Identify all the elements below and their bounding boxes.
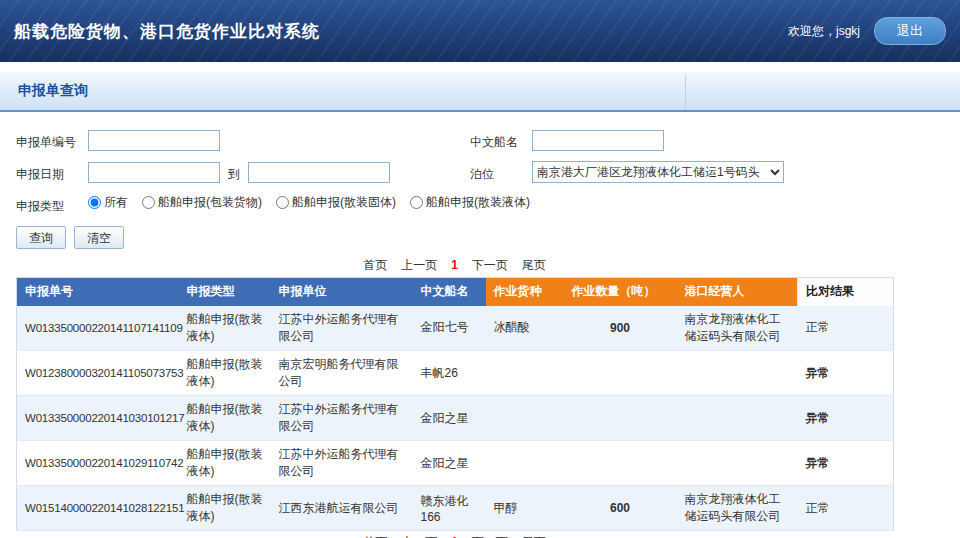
cell-ship-name: 金阳之星	[413, 441, 486, 486]
column-header: 作业数量（吨）	[564, 278, 677, 306]
app-title: 船载危险货物、港口危货作业比对系统	[14, 20, 320, 43]
column-header: 作业货种	[486, 278, 564, 306]
cell-quantity	[564, 351, 677, 396]
declaration-no-label: 申报单编号	[16, 134, 76, 151]
declaration-no-input[interactable]	[88, 130, 220, 151]
cell-declaration-agent: 江苏中外运船务代理有限公司	[271, 441, 413, 486]
query-button[interactable]: 查询	[16, 226, 66, 249]
declare-type-radio-item[interactable]: 所有	[88, 194, 128, 211]
date-from-input[interactable]	[88, 162, 220, 183]
cell-declaration-agent: 江苏中外运船务代理有限公司	[271, 306, 413, 351]
cell-quantity: 600	[564, 486, 677, 531]
pagination-top: 首页上一页1下一页尾页	[16, 257, 893, 274]
page-current: 1	[451, 258, 458, 272]
table-row: W013350000220141030101217船舶申报(散装液体)江苏中外运…	[17, 396, 894, 441]
declare-type-radio[interactable]	[410, 196, 423, 209]
declare-type-radio[interactable]	[276, 196, 289, 209]
date-to-label: 到	[228, 166, 240, 183]
cell-declaration-type: 船舶申报(散装液体)	[179, 486, 271, 531]
cell-declaration-id: W012380000320141105073753	[17, 351, 179, 396]
cell-port-operator: 南京龙翔液体化工储运码头有限公司	[677, 306, 798, 351]
page-prev-link[interactable]: 上一页	[401, 258, 437, 272]
column-header: 申报单位	[271, 278, 413, 306]
cell-compare-result: 正常	[798, 486, 894, 531]
section-tab-bar: 申报单查询	[0, 72, 960, 112]
cell-quantity	[564, 441, 677, 486]
cell-compare-result: 异常	[798, 396, 894, 441]
column-header: 申报单号	[17, 278, 179, 306]
declare-type-radio[interactable]	[88, 196, 101, 209]
ship-name-input[interactable]	[532, 130, 664, 151]
cell-port-operator: 南京龙翔液体化工储运码头有限公司	[677, 486, 798, 531]
radio-label: 船舶申报(散装液体)	[426, 194, 530, 211]
page-first-link[interactable]: 首页	[363, 258, 387, 272]
cell-port-operator	[677, 441, 798, 486]
form-actions: 查询 清空	[16, 226, 960, 254]
table-row: W013350000220141029110742船舶申报(散装液体)江苏中外运…	[17, 441, 894, 486]
cell-declaration-id: W013350000220141107141109	[17, 306, 179, 351]
declare-type-radio[interactable]	[142, 196, 155, 209]
column-header: 中文船名	[413, 278, 486, 306]
cell-declaration-id: W013350000220141030101217	[17, 396, 179, 441]
berth-label: 泊位	[470, 166, 494, 183]
logout-button[interactable]: 退出	[874, 17, 946, 45]
cell-cargo-type: 冰醋酸	[486, 306, 564, 351]
cell-declaration-agent: 江苏中外运船务代理有限公司	[271, 396, 413, 441]
cell-ship-name: 金阳七号	[413, 306, 486, 351]
app-header: 船载危险货物、港口危货作业比对系统 欢迎您，jsgkj 退出	[0, 0, 960, 62]
table-row: W015140000220141028122151船舶申报(散装液体)江西东港航…	[17, 486, 894, 531]
cell-declaration-type: 船舶申报(散装液体)	[179, 306, 271, 351]
cell-cargo-type	[486, 351, 564, 396]
section-title: 申报单查询	[18, 82, 88, 100]
radio-label: 船舶申报(散装固体)	[292, 194, 396, 211]
tab-divider	[685, 75, 686, 110]
cell-cargo-type	[486, 396, 564, 441]
cell-ship-name: 丰帆26	[413, 351, 486, 396]
column-header: 比对结果	[798, 278, 894, 306]
cell-cargo-type: 甲醇	[486, 486, 564, 531]
cell-ship-name: 赣东港化166	[413, 486, 486, 531]
cell-declaration-agent: 南京宏明船务代理有限公司	[271, 351, 413, 396]
cell-quantity	[564, 396, 677, 441]
table-header-row: 申报单号申报类型申报单位中文船名作业货种作业数量（吨）港口经营人比对结果	[17, 278, 894, 306]
declare-type-radio-item[interactable]: 船舶申报(包装货物)	[142, 194, 262, 211]
clear-button[interactable]: 清空	[74, 226, 124, 249]
header-gap	[0, 62, 960, 72]
page-next-link[interactable]: 下一页	[472, 258, 508, 272]
cell-ship-name: 金阳之星	[413, 396, 486, 441]
radio-label: 船舶申报(包装货物)	[158, 194, 262, 211]
cell-port-operator	[677, 351, 798, 396]
declare-type-label: 申报类型	[16, 198, 64, 215]
table-row: W012380000320141105073753船舶申报(散装液体)南京宏明船…	[17, 351, 894, 396]
declare-date-label: 申报日期	[16, 166, 64, 183]
cell-quantity: 900	[564, 306, 677, 351]
cell-compare-result: 正常	[798, 306, 894, 351]
ship-name-label: 中文船名	[470, 134, 518, 151]
declare-type-radio-item[interactable]: 船舶申报(散装固体)	[276, 194, 396, 211]
date-to-input[interactable]	[248, 162, 390, 183]
cell-port-operator	[677, 396, 798, 441]
cell-compare-result: 异常	[798, 441, 894, 486]
column-header: 港口经营人	[677, 278, 798, 306]
cell-declaration-id: W013350000220141029110742	[17, 441, 179, 486]
cell-declaration-type: 船舶申报(散装液体)	[179, 441, 271, 486]
header-right: 欢迎您，jsgkj 退出	[788, 17, 946, 45]
cell-cargo-type	[486, 441, 564, 486]
column-header: 申报类型	[179, 278, 271, 306]
declare-type-radio-group: 所有船舶申报(包装货物)船舶申报(散装固体)船舶申报(散装液体)	[88, 194, 530, 211]
radio-label: 所有	[104, 194, 128, 211]
page-last-link[interactable]: 尾页	[522, 258, 546, 272]
query-form: 申报单编号 中文船名 申报日期 到 泊位 南京港大厂港区龙翔液体化工储运1号码头…	[0, 112, 960, 224]
welcome-text: 欢迎您，jsgkj	[788, 23, 860, 40]
declare-type-radio-item[interactable]: 船舶申报(散装液体)	[410, 194, 530, 211]
cell-declaration-id: W015140000220141028122151	[17, 486, 179, 531]
berth-select[interactable]: 南京港大厂港区龙翔液体化工储运1号码头	[532, 161, 784, 183]
results-table: 申报单号申报类型申报单位中文船名作业货种作业数量（吨）港口经营人比对结果 W01…	[16, 277, 894, 531]
table-row: W013350000220141107141109船舶申报(散装液体)江苏中外运…	[17, 306, 894, 351]
cell-declaration-agent: 江西东港航运有限公司	[271, 486, 413, 531]
cell-compare-result: 异常	[798, 351, 894, 396]
cell-declaration-type: 船舶申报(散装液体)	[179, 351, 271, 396]
pagination-bottom: 首页上一页1下一页尾页	[16, 534, 893, 538]
cell-declaration-type: 船舶申报(散装液体)	[179, 396, 271, 441]
